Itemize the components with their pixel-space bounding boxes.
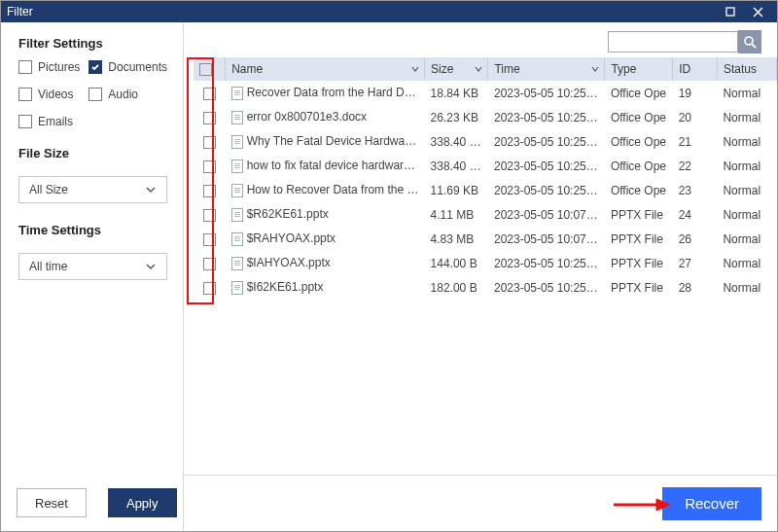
row-checkbox[interactable] [203,136,216,149]
reset-button[interactable]: Reset [17,488,87,517]
cell-status: Normal [717,178,776,202]
row-checkbox[interactable] [203,282,216,295]
checkbox-emails[interactable]: Emails [18,115,167,128]
svg-rect-0 [726,8,734,16]
table-row[interactable]: Recover Data from the Hard Drive with Fa… [194,81,777,105]
search-button[interactable] [738,30,761,53]
time-settings-dropdown[interactable]: All time [18,253,167,280]
cell-name: Why The Fatal Device Hardware Error Appe… [247,134,425,148]
cell-name: $RAHYOAX.pptx [247,231,336,245]
file-size-value: All Size [29,183,68,196]
file-icon [231,184,243,197]
table-row[interactable]: Why The Fatal Device Hardware Error Appe… [194,129,777,154]
cell-name: error 0x800701e3.docx [247,110,367,124]
maximize-button[interactable] [717,1,744,22]
table-row[interactable]: $R62KE61.pptx4.11 MB2023-05-05 10:07:33P… [194,202,777,227]
header-type[interactable]: Type [605,57,673,81]
row-checkbox[interactable] [203,185,216,197]
cell-type: PPTX File [605,202,673,227]
cell-name: How to Recover Data from the Hard Drive [247,183,425,196]
checkbox-pictures[interactable]: Pictures [18,60,81,74]
file-table: Name Size Time Type ID Status Recover Da… [194,57,777,300]
table-row[interactable]: $I62KE61.pptx182.00 B2023-05-05 10:25:19… [194,275,777,300]
header-size[interactable]: Size [425,57,488,81]
table-row[interactable]: How to Recover Data from the Hard Drive1… [194,178,777,202]
cell-size: 338.40 KB [425,154,488,178]
checkbox-documents[interactable]: Documents [88,60,167,74]
cell-status: Normal [717,202,776,227]
table-row[interactable]: $RAHYOAX.pptx4.83 MB2023-05-05 10:07:49P… [194,227,777,251]
table-row[interactable]: error 0x800701e3.docx26.23 KB2023-05-05 … [194,105,777,129]
recover-button[interactable]: Recover [662,487,761,520]
cell-time: 2023-05-05 10:07:49 [488,227,605,251]
header-id[interactable]: ID [673,57,718,81]
search-input[interactable] [608,31,738,53]
header-status[interactable]: Status [717,57,776,81]
table-row[interactable]: how to fix fatal device hardware error.d… [194,154,777,178]
main-panel: Name Size Time Type ID Status Recover Da… [184,22,777,531]
cell-status: Normal [717,81,776,105]
cell-id: 22 [673,154,718,178]
file-icon [231,87,243,100]
row-checkbox[interactable] [203,233,216,246]
chevron-down-icon [590,64,600,74]
checkbox-emails-label: Emails [38,115,73,128]
cell-id: 23 [673,178,718,202]
cell-size: 26.23 KB [425,105,488,129]
checkbox-videos[interactable]: Videos [18,88,81,101]
cell-status: Normal [717,227,776,251]
cell-size: 11.69 KB [425,178,488,202]
cell-time: 2023-05-05 10:07:33 [488,202,605,227]
cell-type: Office Ope [605,154,673,178]
cell-id: 26 [673,227,718,251]
cell-size: 182.00 B [425,275,488,300]
cell-type: PPTX File [605,227,673,251]
cell-status: Normal [717,105,776,129]
filter-settings-title: Filter Settings [18,36,167,51]
cell-time: 2023-05-05 10:25:38 [488,129,605,154]
file-icon [231,160,243,173]
cell-size: 18.84 KB [425,81,488,105]
row-checkbox[interactable] [203,88,216,100]
cell-name: $IAHYOAX.pptx [247,256,331,269]
cell-time: 2023-05-05 10:25:38 [488,154,605,178]
cell-name: $I62KE61.pptx [247,280,324,294]
file-size-dropdown[interactable]: All Size [18,176,167,203]
chevron-down-icon [145,261,157,272]
header-time[interactable]: Time [488,57,605,81]
file-icon [231,208,243,222]
cell-time: 2023-05-05 10:25:37 [488,81,605,105]
cell-type: PPTX File [605,251,673,275]
cell-type: Office Ope [605,178,673,202]
file-icon [231,281,243,295]
apply-button[interactable]: Apply [108,488,177,517]
file-icon [231,135,243,149]
header-name[interactable]: Name [226,57,425,81]
header-checkbox[interactable] [194,57,226,81]
cell-id: 28 [673,275,718,300]
chevron-down-icon [410,64,420,74]
footer: Recover [184,475,777,531]
cell-name: $R62KE61.pptx [247,207,329,221]
chevron-down-icon [145,184,157,195]
cell-type: Office Ope [605,129,673,154]
checkbox-audio[interactable]: Audio [88,88,167,101]
cell-id: 27 [673,251,718,275]
cell-status: Normal [717,251,776,275]
row-checkbox[interactable] [203,112,216,124]
cell-status: Normal [717,154,776,178]
cell-status: Normal [717,275,776,300]
checkbox-videos-label: Videos [38,88,73,101]
cell-time: 2023-05-05 10:25:37 [488,178,605,202]
time-settings-title: Time Settings [18,223,167,237]
cell-size: 144.00 B [425,251,488,275]
table-header-row: Name Size Time Type ID Status [194,57,777,81]
file-icon [231,232,243,246]
close-button[interactable] [744,1,771,22]
cell-time: 2023-05-05 10:25:19 [488,251,605,275]
cell-id: 19 [673,81,718,105]
row-checkbox[interactable] [203,258,216,270]
row-checkbox[interactable] [203,160,216,173]
table-row[interactable]: $IAHYOAX.pptx144.00 B2023-05-05 10:25:19… [194,251,777,275]
row-checkbox[interactable] [203,209,216,222]
